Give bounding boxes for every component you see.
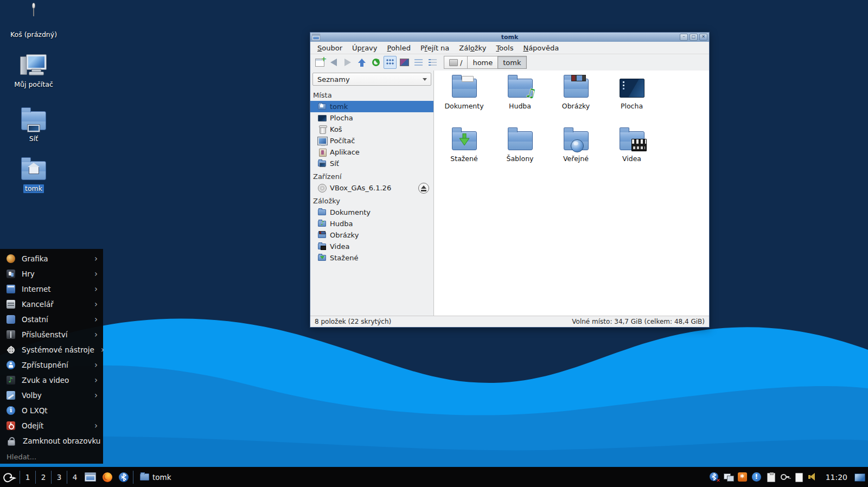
menu-tools[interactable]: Tools <box>491 44 518 52</box>
sidebar-item-obrazky[interactable]: Obrázky <box>310 229 433 241</box>
sidebar-item-videa[interactable]: Videa <box>310 241 433 252</box>
path-tomk-button[interactable]: tomk <box>497 56 526 69</box>
path-home-button[interactable]: home <box>467 56 498 69</box>
menu-zalozky[interactable]: Záložky <box>454 44 491 52</box>
desktop-icon-network[interactable]: Síť <box>9 106 59 143</box>
file-item-hudba[interactable]: ♫ Hudba <box>494 74 547 126</box>
menu-item-internet[interactable]: Internet › <box>0 281 103 297</box>
minimize-button[interactable]: – <box>680 34 688 41</box>
menu-item-label: Zamknout obrazovku <box>23 437 100 445</box>
clipboard-tray-icon[interactable] <box>766 472 775 482</box>
forward-button[interactable] <box>341 56 355 69</box>
desktop-icon-trash[interactable]: Koš (prázdný) <box>9 5 59 39</box>
start-menu-button[interactable] <box>0 467 18 487</box>
eject-button[interactable] <box>418 183 429 194</box>
start-menu: Grafika › Hry › Internet › Kancelář › Os… <box>0 249 103 464</box>
workspace-button-3[interactable]: 3 <box>53 473 66 482</box>
path-root-button[interactable]: / <box>444 56 468 69</box>
menu-upravy[interactable]: Úpravy <box>347 44 382 52</box>
menu-item-office[interactable]: Kancelář › <box>0 297 103 312</box>
sidebar-view-select[interactable]: Seznamy <box>312 73 431 86</box>
network-tray-icon[interactable] <box>724 472 733 482</box>
sidebar-item-kos[interactable]: Koš <box>310 124 433 135</box>
file-item-label: Šablony <box>494 155 547 163</box>
sidebar-item-tomk[interactable]: tomk <box>310 101 433 112</box>
compact-view-button[interactable] <box>412 56 425 69</box>
folder-music-icon: ♫ <box>508 79 533 98</box>
updates-tray-icon[interactable] <box>738 472 747 482</box>
compact-view-icon <box>414 59 423 66</box>
sidebar-item-stazene[interactable]: Stažené <box>310 252 433 264</box>
workspace-button-4[interactable]: 4 <box>68 473 81 482</box>
file-view[interactable]: Dokumenty ♫ Hudba Obrázky Plocha <box>434 71 709 316</box>
maximize-button[interactable]: □ <box>690 34 698 41</box>
menu-item-games[interactable]: Hry › <box>0 266 103 281</box>
menu-search-input[interactable]: Hledat... <box>0 450 103 464</box>
sidebar-item-label: Dokumenty <box>330 208 371 216</box>
workspace-button-2[interactable]: 2 <box>37 473 50 482</box>
sidebar-item-hudba[interactable]: ♪ Hudba <box>310 218 433 229</box>
file-item-obrazky[interactable]: Obrázky <box>550 74 603 126</box>
file-item-stazene[interactable]: Stažené <box>438 126 491 179</box>
icon-view-button[interactable] <box>384 56 397 69</box>
notification-tray-icon[interactable] <box>752 472 761 482</box>
menubar: Soubor Úpravy Pohled Přejít na Záložky T… <box>310 42 709 54</box>
key-tray-icon[interactable] <box>780 472 789 482</box>
file-item-verejne[interactable]: Veřejné <box>550 126 603 179</box>
refresh-button[interactable] <box>369 56 383 69</box>
volume-tray-icon[interactable] <box>808 472 818 482</box>
workspace-button-1[interactable]: 1 <box>21 473 34 482</box>
menu-prejit-na[interactable]: Přejít na <box>416 44 454 52</box>
show-desktop-icon[interactable] <box>854 472 864 482</box>
file-item-videa[interactable]: Videa <box>605 126 659 179</box>
quick-launch-bluetooth[interactable] <box>119 472 129 482</box>
file-item-sablony[interactable]: Šablony <box>494 126 547 179</box>
titlebar[interactable]: tomk – □ ✕ <box>310 33 709 42</box>
file-item-dokumenty[interactable]: Dokumenty <box>438 74 491 126</box>
menu-item-system-tools[interactable]: Systémové nástroje › <box>0 342 103 357</box>
menu-item-accessories[interactable]: Příslušenství › <box>0 327 103 342</box>
desktop-icon-home[interactable]: tomk <box>9 156 59 193</box>
menu-soubor[interactable]: Soubor <box>312 44 347 52</box>
desktop-icon-computer[interactable]: Můj počítač <box>9 54 59 89</box>
path-segment-label: home <box>473 59 493 67</box>
menu-item-about-lxqt[interactable]: O LXQt <box>0 403 103 418</box>
task-button-tomk[interactable]: tomk <box>135 467 205 487</box>
bluetooth-icon <box>119 472 129 482</box>
sidebar-item-vbox-gas[interactable]: VBox_GAs_6.1.26 <box>310 182 433 194</box>
menu-item-lock-screen[interactable]: Zamknout obrazovku <box>0 433 103 448</box>
chevron-right-icon: › <box>94 285 98 293</box>
chevron-right-icon: › <box>101 346 104 354</box>
sidebar-item-dokumenty[interactable]: Dokumenty <box>310 207 433 218</box>
folder-icon <box>140 473 149 480</box>
chevron-down-icon <box>423 78 427 81</box>
menu-item-leave[interactable]: Odejít › <box>0 418 103 433</box>
close-button[interactable]: ✕ <box>699 34 707 41</box>
new-tab-button[interactable] <box>312 56 327 69</box>
menu-item-multimedia[interactable]: Zvuk a video › <box>0 373 103 388</box>
sidebar-item-aplikace[interactable]: Aplikace <box>310 146 433 158</box>
menu-item-other[interactable]: Ostatní › <box>0 312 103 327</box>
sidebar-item-pocitac[interactable]: Počítač <box>310 135 433 146</box>
menu-pohled[interactable]: Pohled <box>382 44 416 52</box>
detailed-view-button[interactable] <box>426 56 439 69</box>
menu-napoveda[interactable]: Nápověda <box>518 44 564 52</box>
up-button[interactable] <box>355 56 369 69</box>
sidebar-item-sit[interactable]: Síť <box>310 158 433 169</box>
clock[interactable]: 11:20 <box>826 473 847 482</box>
file-item-plocha[interactable]: Plocha <box>605 74 659 126</box>
chevron-right-icon: › <box>94 422 98 430</box>
sidebar-item-plocha[interactable]: Plocha <box>310 112 433 124</box>
quick-launch-firefox[interactable] <box>103 472 112 482</box>
back-button[interactable] <box>327 56 341 69</box>
notes-tray-icon[interactable] <box>794 472 803 482</box>
path-segment-label: tomk <box>503 59 521 67</box>
menu-item-preferences[interactable]: Volby › <box>0 388 103 403</box>
quick-launch-file-manager[interactable] <box>85 472 96 482</box>
menu-item-accessibility[interactable]: Zpřístupnění › <box>0 357 103 373</box>
thumbnail-view-button[interactable] <box>398 56 411 69</box>
bluetooth-disabled-icon[interactable] <box>710 472 719 482</box>
menu-item-graphics[interactable]: Grafika › <box>0 251 103 266</box>
chevron-right-icon: › <box>94 270 98 278</box>
forward-icon <box>344 59 351 66</box>
